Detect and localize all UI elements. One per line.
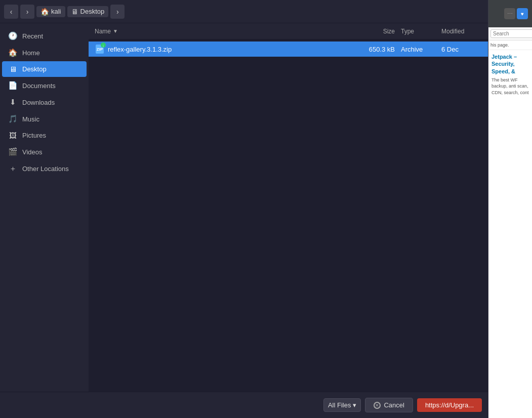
browser-panel: ⋯ ♥ his page. Jetpack – Security, Speed,… [488,0,532,418]
column-type-header[interactable]: Type [401,28,441,35]
column-name-header[interactable]: Name ▼ [95,28,355,35]
pictures-icon: 🖼 [8,131,17,140]
find-text: his page. [488,40,532,50]
column-size-header[interactable]: Size [355,28,401,35]
kali-icon: 🏠 [40,8,49,16]
jetpack-ad: Jetpack – Security, Speed, & The best WF… [488,50,532,99]
sidebar-item-videos[interactable]: 🎬 Videos [2,144,87,160]
browser-content: his page. Jetpack – Security, Speed, & T… [488,27,532,418]
sidebar-item-pictures[interactable]: 🖼 Pictures [2,128,87,143]
desktop-breadcrumb-icon: 🖥 [71,8,78,16]
desktop-icon: 🖥 [8,65,17,73]
breadcrumb-desktop[interactable]: 🖥 Desktop [67,6,109,17]
main-content: 🕐 Recent 🏠 Home 🖥 Desktop 📄 Documents ⬇ … [0,23,488,392]
toolbar: ‹ › 🏠 kali 🖥 Desktop › [0,0,488,23]
jetpack-title: Jetpack – Security, Speed, & [492,53,529,75]
sidebar-item-downloads[interactable]: ⬇ Downloads [2,94,87,110]
file-dialog: ‹ › 🏠 kali 🖥 Desktop › 🕐 Recent 🏠 Home [0,0,488,418]
search-input[interactable] [490,29,532,38]
bottom-bar: All Files ▾ ✕ Cancel https://d/Upgra... [0,392,488,418]
sidebar-item-home[interactable]: 🏠 Home [2,45,87,61]
sidebar-item-label: Music [22,115,39,123]
file-size: 650.3 kB [355,46,401,53]
sidebar-item-music[interactable]: 🎵 Music [2,111,87,127]
cancel-button[interactable]: ✕ Cancel [365,398,413,412]
breadcrumb-kali[interactable]: 🏠 kali [36,6,65,17]
sidebar-item-documents[interactable]: 📄 Documents [2,77,87,94]
cancel-circle-icon: ✕ [374,402,381,409]
recent-icon: 🕐 [8,31,17,40]
sidebar-item-recent[interactable]: 🕐 Recent [2,28,87,44]
file-modified: 6 Dec [441,46,482,53]
back-button[interactable]: ‹ [4,5,18,19]
file-list: ZIP ↓ reflex-gallery.3.1.3.zip 650.3 kB … [89,39,488,392]
file-area: Name ▼ Size Type Modified ZI [89,23,488,392]
sidebar-item-label: Home [22,49,40,57]
filter-dropdown[interactable]: All Files ▾ [323,398,361,412]
documents-icon: 📄 [8,81,17,90]
home-icon: 🏠 [8,48,17,57]
sidebar-item-label: Videos [22,148,43,156]
sidebar-item-label: Pictures [22,132,46,139]
music-icon: 🎵 [8,114,17,123]
sidebar-item-label: Desktop [22,65,47,73]
sidebar-item-label: Documents [22,82,56,90]
search-bar-area [488,27,532,40]
downloads-icon: ⬇ [8,98,17,107]
zip-icon: ZIP ↓ [96,45,104,54]
sidebar-item-other-locations[interactable]: ＋ Other Locations [2,160,87,177]
jetpack-desc: The best WF backup, anti scan, CDN, sear… [492,77,529,96]
other-locations-icon: ＋ [8,164,17,174]
sidebar: 🕐 Recent 🏠 Home 🖥 Desktop 📄 Documents ⬇ … [0,23,89,392]
dropdown-arrow-icon: ▾ [353,401,356,409]
more-options-button[interactable]: › [110,5,125,19]
browser-chrome: ⋯ ♥ [488,0,532,27]
file-type-icon: ZIP ↓ [95,44,105,54]
file-name: reflex-gallery.3.1.3.zip [108,46,355,53]
open-button[interactable]: https://d/Upgra... [417,398,482,412]
zip-arrow-icon: ↓ [101,43,106,48]
sidebar-item-label: Other Locations [22,165,69,173]
videos-icon: 🎬 [8,147,17,156]
sidebar-item-label: Recent [22,32,43,40]
sort-arrow-icon: ▼ [113,28,118,34]
forward-button[interactable]: › [20,5,34,19]
column-headers: Name ▼ Size Type Modified [89,23,488,39]
file-type: Archive [401,46,441,53]
table-row[interactable]: ZIP ↓ reflex-gallery.3.1.3.zip 650.3 kB … [89,41,488,57]
sidebar-item-label: Downloads [22,99,55,106]
sidebar-item-desktop[interactable]: 🖥 Desktop [2,61,87,77]
column-modified-header[interactable]: Modified [441,28,482,35]
